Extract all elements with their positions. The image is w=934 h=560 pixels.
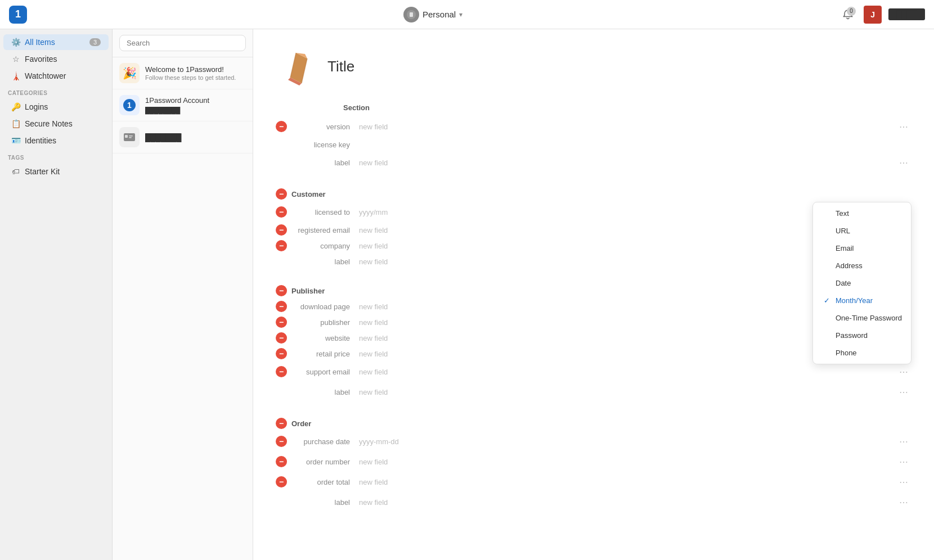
label1-label: label (291, 159, 359, 167)
field-row-order-header: − Order (276, 416, 911, 431)
categories-section-label: CATEGORIES (0, 84, 112, 98)
field-row-license-key: license key (276, 137, 911, 152)
order-total-value[interactable]: new field (359, 478, 896, 486)
support-email-options-button[interactable]: ⋯ (896, 364, 911, 380)
purchase-date-label: purchase date (291, 437, 359, 446)
remove-publisher-section-button[interactable]: − (276, 285, 287, 296)
license-key-label: license key (291, 141, 359, 149)
label1-options-button[interactable]: ⋯ (896, 155, 911, 170)
account-title: 1Password Account (145, 96, 246, 105)
remove-publisher-button[interactable]: − (276, 317, 287, 328)
remove-registered-email-button[interactable]: − (276, 224, 287, 236)
order-number-value[interactable]: new field (359, 458, 896, 466)
label1-value[interactable]: new field (359, 159, 896, 167)
redacted-title: ███████ (145, 133, 181, 142)
order-section-label: Order (291, 419, 311, 428)
dropdown-item-email[interactable]: Email (813, 240, 911, 257)
customer-section-label: Customer (291, 190, 326, 198)
month-year-checkmark: ✓ (822, 296, 831, 305)
vault-svg-icon (406, 10, 416, 20)
retail-price-label: retail price (291, 350, 359, 358)
list-item-redacted[interactable]: ███████ (113, 121, 253, 153)
gear-icon: ⚙️ (11, 38, 20, 47)
remove-order-number-button[interactable]: − (276, 456, 287, 467)
sidebar-item-all-items[interactable]: ⚙️ All Items 3 (3, 34, 109, 50)
dropdown-item-otp[interactable]: One-Time Password (813, 309, 911, 327)
identity-icon: 🪪 (11, 136, 20, 145)
sidebar-item-secure-notes[interactable]: 📋 Secure Notes (3, 116, 109, 132)
app-logo[interactable]: 1 (9, 6, 27, 24)
remove-licensed-to-button[interactable]: − (276, 206, 287, 218)
dropdown-item-address[interactable]: Address (813, 257, 911, 274)
main-layout: ⚙️ All Items 3 ☆ Favorites 🗼 Watchtower … (0, 29, 934, 560)
dropdown-address-label: Address (836, 261, 863, 270)
redacted-icon (119, 127, 140, 147)
user-avatar[interactable]: J (864, 6, 882, 24)
tag-icon: 🏷 (11, 167, 20, 176)
remove-download-page-button[interactable]: − (276, 301, 287, 312)
label3-options-button[interactable]: ⋯ (896, 384, 911, 400)
order-total-label: order total (291, 478, 359, 486)
dropdown-item-phone[interactable]: Phone (813, 344, 911, 362)
search-input[interactable] (119, 35, 246, 51)
list-item-account[interactable]: 1 1Password Account ████████ (113, 89, 253, 121)
dropdown-text-label: Text (836, 209, 849, 218)
remove-purchase-date-button[interactable]: − (276, 436, 287, 447)
account-subtitle-redacted: ████████ (145, 107, 180, 114)
purchase-date-options-button[interactable]: ⋯ (896, 433, 911, 449)
sidebar-item-identities[interactable]: 🪪 Identities (3, 133, 109, 148)
version-value[interactable]: new field (359, 123, 896, 131)
remove-version-button[interactable]: − (276, 121, 287, 132)
remove-company-button[interactable]: − (276, 240, 287, 251)
field-row-order-number: − order number new field ⋯ (276, 451, 911, 472)
order-number-label: order number (291, 458, 359, 466)
sidebar-item-watchtower[interactable]: 🗼 Watchtower (3, 68, 109, 84)
version-options-button[interactable]: ⋯ (896, 119, 911, 134)
user-name-redacted: ████ (888, 8, 925, 20)
notifications-button[interactable]: 0 (839, 6, 857, 24)
order-total-options-button[interactable]: ⋯ (896, 474, 911, 490)
dropdown-date-label: Date (836, 279, 851, 287)
website-label: website (291, 334, 359, 342)
label2-label: label (291, 258, 359, 266)
section-block-publisher: − Publisher − download page new field − … (276, 283, 911, 402)
dropdown-item-month-year[interactable]: ✓ Month/Year (813, 292, 911, 309)
list-item-welcome[interactable]: 🎉 Welcome to 1Password! Follow these ste… (113, 57, 253, 89)
dropdown-item-url[interactable]: URL (813, 222, 911, 240)
sidebar: ⚙️ All Items 3 ☆ Favorites 🗼 Watchtower … (0, 29, 113, 560)
remove-order-total-button[interactable]: − (276, 476, 287, 487)
topbar: 1 Personal ▾ 0 J ████ (0, 0, 934, 29)
dropdown-item-date[interactable]: Date (813, 274, 911, 292)
detail-panel: Title Section − version new field ⋯ lice… (253, 29, 934, 560)
label4-options-button[interactable]: ⋯ (896, 494, 911, 510)
remove-retail-price-button[interactable]: − (276, 348, 287, 359)
field-row-order-total: − order total new field ⋯ (276, 472, 911, 492)
svg-rect-1 (410, 12, 413, 17)
dropdown-phone-label: Phone (836, 349, 857, 357)
licensed-to-label: licensed to (291, 208, 359, 216)
dropdown-item-password[interactable]: Password (813, 327, 911, 344)
sidebar-item-logins[interactable]: 🔑 Logins (3, 99, 109, 115)
detail-header: Title (276, 46, 911, 87)
dropdown-item-text[interactable]: Text (813, 205, 911, 222)
svg-rect-7 (129, 137, 132, 138)
support-email-label: support email (291, 368, 359, 376)
label3-value[interactable]: new field (359, 388, 896, 396)
starter-kit-label: Starter Kit (25, 167, 101, 176)
download-page-label: download page (291, 302, 359, 311)
support-email-value[interactable]: new field (359, 368, 896, 376)
label4-value[interactable]: new field (359, 498, 896, 507)
sidebar-item-favorites[interactable]: ☆ Favorites (3, 51, 109, 67)
list-items: 🎉 Welcome to 1Password! Follow these ste… (113, 57, 253, 560)
topbar-left: 1 (9, 6, 27, 24)
order-number-options-button[interactable]: ⋯ (896, 454, 911, 469)
sidebar-item-starter-kit[interactable]: 🏷 Starter Kit (3, 164, 109, 179)
remove-customer-button[interactable]: − (276, 188, 287, 200)
purchase-date-value[interactable]: yyyy-mm-dd (359, 437, 896, 446)
vault-selector[interactable]: Personal ▾ (403, 7, 462, 22)
secure-notes-label: Secure Notes (25, 119, 101, 128)
remove-website-button[interactable]: − (276, 332, 287, 344)
remove-support-email-button[interactable]: − (276, 366, 287, 377)
remove-order-section-button[interactable]: − (276, 418, 287, 429)
dropdown-otp-label: One-Time Password (836, 314, 902, 322)
